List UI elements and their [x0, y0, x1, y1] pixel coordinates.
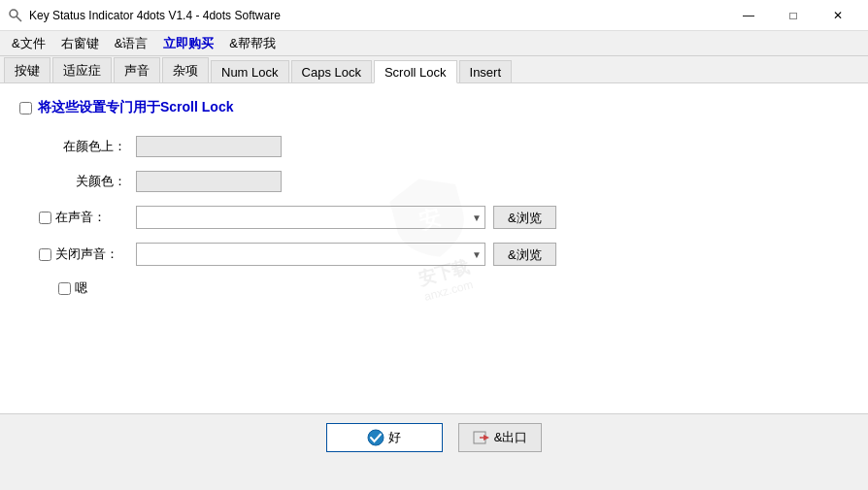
tab-capslock[interactable]: Caps Lock	[291, 60, 372, 82]
tab-syndrome[interactable]: 适应症	[52, 57, 112, 82]
on-sound-browse-button[interactable]: &浏览	[493, 206, 556, 229]
on-sound-label: 在声音：	[55, 209, 106, 226]
tab-insert[interactable]: Insert	[459, 60, 513, 82]
close-button[interactable]: ✕	[816, 0, 860, 31]
section-title: 将这些设置专门用于Scroll Lock	[38, 99, 233, 116]
off-color-input[interactable]	[136, 171, 282, 192]
menu-buy[interactable]: 立即购买	[155, 32, 221, 55]
main-content: 安 安下载 anxz.com 将这些设置专门用于Scroll Lock 在颜色上…	[0, 83, 868, 413]
snarl-row: 嗯	[19, 279, 849, 297]
footer: 好 &出口	[0, 413, 868, 460]
off-sound-label: 关闭声音：	[55, 245, 118, 263]
svg-line-1	[17, 16, 21, 21]
exit-button[interactable]: &出口	[458, 423, 543, 452]
off-color-row: 关颜色：	[19, 171, 849, 192]
app-icon	[8, 8, 23, 23]
off-color-label: 关颜色：	[39, 173, 126, 190]
on-color-row: 在颜色上：	[19, 136, 849, 157]
tab-numlock[interactable]: Num Lock	[211, 60, 289, 82]
tab-bar: 按键 适应症 声音 杂项 Num Lock Caps Lock Scroll L…	[0, 56, 868, 83]
window-title: Key Status Indicator 4dots V1.4 - 4dots …	[29, 9, 281, 22]
on-color-input[interactable]	[136, 136, 282, 157]
on-color-label: 在颜色上：	[39, 138, 126, 155]
window-controls: — □ ✕	[726, 0, 860, 31]
ok-label: 好	[388, 429, 401, 446]
off-sound-dropdown[interactable]	[136, 243, 485, 266]
snarl-checkbox[interactable]	[58, 282, 71, 295]
menu-file[interactable]: &文件	[4, 32, 53, 55]
snarl-label: 嗯	[75, 279, 87, 297]
maximize-button[interactable]: □	[771, 0, 816, 31]
off-sound-browse-button[interactable]: &浏览	[493, 243, 556, 266]
tab-misc[interactable]: 杂项	[162, 57, 209, 82]
ok-icon	[367, 429, 384, 446]
section-header: 将这些设置专门用于Scroll Lock	[19, 99, 849, 116]
on-sound-checkbox[interactable]	[39, 212, 51, 224]
menu-right-key[interactable]: 右窗键	[53, 32, 107, 55]
on-sound-row: 在声音： ▼ &浏览	[19, 206, 849, 229]
svg-point-0	[10, 10, 17, 17]
dedicated-checkbox[interactable]	[19, 102, 32, 114]
menu-bar: &文件 右窗键 &语言 立即购买 &帮帮我	[0, 31, 868, 56]
exit-icon	[473, 429, 490, 446]
tab-keys[interactable]: 按键	[4, 57, 50, 82]
exit-label: &出口	[494, 429, 528, 446]
on-sound-dropdown[interactable]	[136, 206, 485, 229]
tab-sound[interactable]: 声音	[114, 57, 160, 82]
menu-help[interactable]: &帮帮我	[221, 32, 284, 55]
tab-scrolllock[interactable]: Scroll Lock	[374, 60, 457, 83]
off-sound-dropdown-wrap: ▼	[136, 243, 485, 266]
minimize-button[interactable]: —	[726, 0, 771, 31]
off-sound-row: 关闭声音： ▼ &浏览	[19, 243, 849, 266]
on-sound-dropdown-wrap: ▼	[136, 206, 485, 229]
title-bar: Key Status Indicator 4dots V1.4 - 4dots …	[0, 0, 868, 31]
menu-language[interactable]: &语言	[107, 32, 156, 55]
off-sound-checkbox[interactable]	[39, 248, 51, 261]
ok-button[interactable]: 好	[326, 423, 443, 452]
